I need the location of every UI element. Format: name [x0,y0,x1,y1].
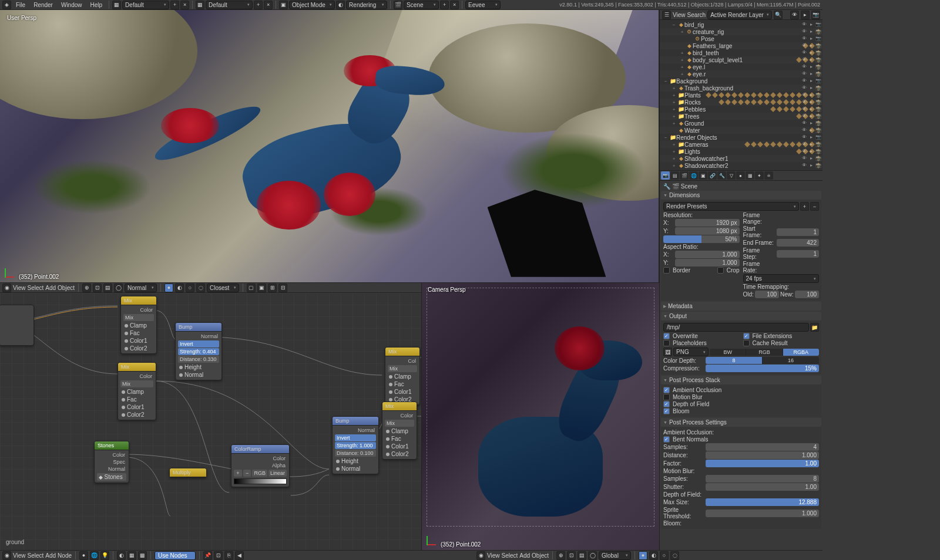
tab-material[interactable]: ● [736,171,745,180]
aspect-x[interactable]: 1.000 [675,251,740,258]
sb-select[interactable]: Select [28,552,44,559]
menu-render[interactable]: Render [30,1,56,9]
chk-bloom[interactable] [663,408,670,414]
node-mix4[interactable]: Mix Color Mix Clamp Fac Color1 Color2 [382,402,417,460]
chk-mb[interactable] [663,394,670,400]
outliner-type-icon[interactable]: ☰ [662,11,671,19]
out-vis-icon[interactable]: 👁 [790,11,799,19]
blender-icon[interactable]: ◈ [2,1,11,9]
outliner-row[interactable]: +◆eye.l👁▸📷 [660,63,822,70]
tab-layers[interactable]: ▤ [670,171,679,180]
camera-view[interactable]: Camera Persp (352) Point.002 [422,283,659,550]
add-layout2-icon[interactable]: + [254,1,263,9]
sb-snap3-icon[interactable]: ⊡ [567,551,576,560]
end-frame[interactable]: 422 [777,239,820,247]
node-fragment[interactable] [0,305,34,346]
editor-type2-icon[interactable]: ◉ [2,551,11,560]
remap-old[interactable]: 100 [755,291,779,298]
format-icon[interactable]: 🖼 [663,348,672,356]
outliner-row[interactable]: +📁Plants👁▸📷 [660,92,822,99]
color-mode-seg[interactable]: BWRGBRGBA [710,349,819,356]
panel-dimensions-header[interactable]: Dimensions [661,191,821,200]
layout2-icon[interactable]: ▦ [196,1,204,9]
node-bump2[interactable]: Bump Normal Invert Strength: 1.000 Dista… [332,416,379,474]
outliner-row[interactable]: ⚙Pose👁▸📷 [660,35,822,42]
node-mix1[interactable]: Mix Color Mix Clamp Fac Color1 Color2 [120,296,157,354]
ne-shade3-icon[interactable]: ○ [186,284,194,292]
aspect-y[interactable]: 1.000 [675,259,740,266]
output-path[interactable]: /tmp/ [663,323,809,332]
screen-layout-dropdown[interactable]: Default [122,1,169,9]
node-stones[interactable]: Stones Color Spec Normal ◆ Stones [94,441,129,483]
editor-type-icon[interactable]: ◉ [2,284,11,292]
sb-comp-icon[interactable]: ▦ [127,551,136,560]
outliner-row[interactable]: +◆Shadowcatcher2👁▸📷 [660,162,822,169]
node-editor[interactable]: ◉ View Select Add Object ⊕ ⊡ ▤ ◯ Normal … [0,283,422,550]
sb-select2[interactable]: Select [502,552,518,559]
engine-dropdown[interactable]: Eevee [465,1,501,9]
workspace-icon[interactable]: ▦ [112,1,121,9]
sb-shade7-icon[interactable]: ○ [660,551,669,560]
node-multiply[interactable]: Multiply [169,468,207,478]
chk-dof[interactable] [663,401,670,407]
menu-help[interactable]: Help [87,1,106,9]
frame-step[interactable]: 1 [777,250,820,258]
out-view[interactable]: View [673,12,686,18]
chk-overwrite[interactable] [663,333,670,339]
sb-global-dropdown[interactable]: Global [599,551,631,560]
sb-shade5-icon[interactable]: ● [639,551,647,560]
sb-node[interactable]: Node [58,552,72,559]
scene-icon[interactable]: 🎬 [394,1,402,9]
mode-dropdown[interactable]: Object Mode [289,1,335,9]
res-x[interactable]: 1920 px [675,219,740,227]
sb-add2[interactable]: Add [519,552,530,559]
outliner[interactable]: ☰ View Search Active Render Layer 🔍 👁 ▸ … [660,10,822,171]
outliner-row[interactable]: +📁Rocks👁▸📷 [660,99,822,106]
tab-scene[interactable]: 🎬 [680,171,689,180]
ao-samples[interactable]: 4 [706,443,819,451]
del-scene-icon[interactable]: × [450,1,459,9]
outliner-row[interactable]: +◆body_sculpt_level1👁▸📷 [660,56,822,63]
screen-layout2-dropdown[interactable]: Default [206,1,253,9]
preset-del-icon[interactable]: − [810,202,819,211]
ne-shade2-icon[interactable]: ◐ [175,284,184,292]
sb-snap2-icon[interactable]: ⊡ [214,551,223,560]
dof-sprite[interactable]: 1.000 [706,510,819,517]
ne-add[interactable]: Add [45,285,56,291]
panel-ppset-header[interactable]: Post Process Settings [661,418,821,427]
ne-ex2-icon[interactable]: ▣ [257,284,266,292]
outliner-row[interactable]: +◆bird_teeth👁▸📷 [660,49,822,56]
chk-placeholders[interactable] [663,340,670,346]
sb-copy-icon[interactable]: ⎘ [224,551,233,560]
dof-maxsize[interactable]: 12.888 [706,498,819,506]
chk-bentnormals[interactable] [663,436,670,443]
add-scene-icon[interactable]: + [440,1,449,9]
panel-output-header[interactable]: Output [661,312,821,321]
outliner-row[interactable]: ◆Water👁▸📷 [660,127,822,134]
sb-pivot2-icon[interactable]: ⊕ [556,551,565,560]
ne-shade1-icon[interactable]: ● [164,284,173,292]
ne-ex4-icon[interactable]: ⊟ [278,284,287,292]
outliner-row[interactable]: −◆bird_rig👁▸📷 [660,21,822,28]
outliner-tree[interactable]: −◆bird_rig👁▸📷+⚙creature_rig👁▸📷⚙Pose👁▸📷◆F… [660,20,822,170]
tab-modifiers[interactable]: 🔧 [717,171,726,180]
ne-object[interactable]: Object [58,285,75,291]
tab-texture[interactable]: ▦ [746,171,754,180]
out-ren-icon[interactable]: 📷 [811,11,820,19]
tab-world[interactable]: 🌐 [689,171,698,180]
outliner-row[interactable]: +📁Cameras👁▸📷 [660,141,822,148]
sb-shader-icon[interactable]: ◐ [117,551,126,560]
outliner-row[interactable]: +📁Trees👁▸📷 [660,113,822,120]
sb-view2[interactable]: View [487,552,500,559]
outliner-row[interactable]: −📁Render Objects👁▸📷 [660,134,822,141]
sb-tree3-icon[interactable]: 💡 [100,551,109,560]
ne-shade4-icon[interactable]: ◌ [196,284,205,292]
tab-constraints[interactable]: 🔗 [708,171,717,180]
out-search[interactable]: Search [687,12,706,18]
tab-object[interactable]: ▣ [699,171,707,180]
color-depth-seg[interactable]: 816 [706,357,819,364]
sb-layers2-icon[interactable]: ▤ [578,551,586,560]
editor-type3-icon[interactable]: ◉ [476,551,485,560]
del-layout-icon[interactable]: × [180,1,189,9]
ne-select[interactable]: Select [28,285,44,291]
